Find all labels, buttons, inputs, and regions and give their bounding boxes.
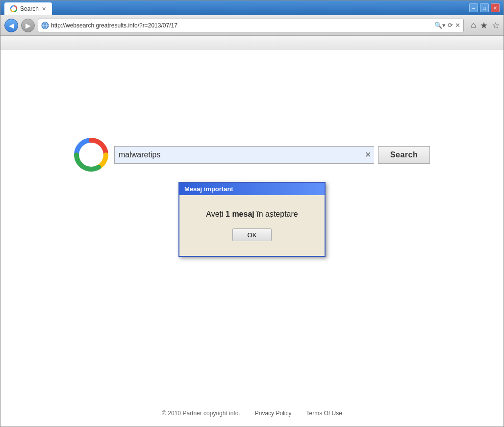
footer-terms-link[interactable]: Terms Of Use — [306, 410, 342, 417]
dialog-ok-button[interactable]: OK — [232, 228, 272, 241]
address-favicon-icon — [41, 22, 49, 29]
browser-tab[interactable]: Search ✕ — [4, 2, 52, 15]
tools-icon[interactable]: ☆ — [492, 20, 500, 31]
dialog-message: Aveți 1 mesaj în așteptare — [206, 210, 298, 219]
address-input[interactable] — [51, 22, 432, 29]
navigation-bar: ◀ ▶ 🔍▾ ⟳ ✕ ⌂ ★ ☆ — [0, 15, 504, 36]
dialog-title-bar: Mesaj important — [179, 183, 325, 195]
favorites-icon[interactable]: ★ — [480, 20, 488, 31]
nav-right-icons: ⌂ ★ ☆ — [471, 20, 500, 31]
title-bar-left: Search ✕ — [4, 0, 52, 15]
stop-icon[interactable]: ✕ — [455, 22, 460, 29]
minimize-button[interactable]: – — [469, 3, 478, 12]
forward-icon: ▶ — [25, 22, 31, 29]
forward-button[interactable]: ▶ — [21, 19, 35, 32]
tab-label: Search — [20, 5, 39, 12]
tab-close-button[interactable]: ✕ — [42, 6, 46, 12]
refresh-icon[interactable]: ⟳ — [448, 22, 453, 29]
dialog-title: Mesaj important — [184, 185, 233, 193]
browser-window: Search ✕ – □ ✕ ◀ ▶ — [0, 0, 504, 427]
dialog-body: Aveți 1 mesaj în așteptare OK — [179, 195, 325, 256]
alert-dialog: Mesaj important Aveți 1 mesaj în aștepta… — [178, 182, 326, 257]
footer-privacy-link[interactable]: Privacy Policy — [255, 410, 292, 417]
page-footer: © 2010 Partner copyright info. Privacy P… — [0, 410, 504, 417]
tab-favicon-icon — [10, 5, 17, 12]
page-content: ✕ Search Mesaj important Aveți 1 mesaj î… — [0, 50, 504, 427]
dialog-overlay: Mesaj important Aveți 1 mesaj în aștepta… — [0, 50, 504, 427]
maximize-button[interactable]: □ — [480, 3, 489, 12]
title-bar: Search ✕ – □ ✕ — [0, 0, 504, 15]
home-icon[interactable]: ⌂ — [471, 20, 476, 31]
dialog-message-prefix: Aveți — [206, 210, 226, 218]
search-dropdown-icon[interactable]: 🔍▾ — [434, 22, 446, 29]
back-icon: ◀ — [9, 22, 14, 29]
browser-toolbar — [0, 36, 504, 50]
dialog-message-suffix: în așteptare — [254, 210, 298, 218]
address-bar[interactable]: 🔍▾ ⟳ ✕ — [38, 19, 464, 32]
dialog-message-count: 1 mesaj — [226, 210, 254, 218]
footer-copyright: © 2010 Partner copyright info. — [162, 410, 240, 417]
back-button[interactable]: ◀ — [4, 19, 18, 32]
address-bar-icons: 🔍▾ ⟳ ✕ — [434, 22, 460, 29]
close-button[interactable]: ✕ — [491, 3, 500, 12]
window-controls: – □ ✕ — [469, 3, 500, 12]
